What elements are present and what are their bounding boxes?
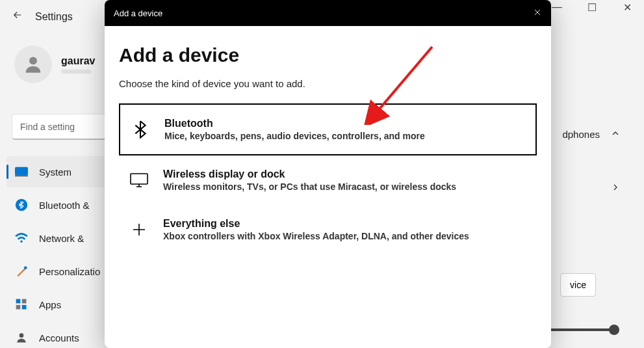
minimize-button[interactable]: —: [553, 3, 561, 11]
system-icon: [14, 165, 29, 179]
user-name: gaurav: [61, 55, 95, 67]
svg-rect-8: [16, 305, 21, 310]
bluetooth-icon: [14, 198, 29, 212]
user-text: gaurav: [61, 55, 95, 74]
option-wireless-display[interactable]: Wireless display or dock Wireless monito…: [119, 155, 537, 205]
sidebar-item-label: Personalizatio: [39, 266, 100, 277]
close-icon[interactable]: [533, 8, 542, 19]
header: Settings: [12, 9, 73, 24]
apps-icon: [14, 297, 29, 312]
user-email-blur: [61, 70, 91, 74]
person-icon: [22, 53, 44, 75]
option-title: Bluetooth: [164, 118, 425, 129]
modal-subtitle: Choose the kind of device you want to ad…: [119, 78, 537, 89]
add-device-modal: Add a device Add a device Choose the kin…: [105, 0, 551, 348]
search-placeholder: Find a setting: [20, 122, 75, 132]
sidebar-item-label: Network &: [39, 233, 84, 244]
svg-rect-6: [16, 299, 21, 304]
chevron-right-icon: [610, 182, 621, 193]
maximize-button[interactable]: ☐: [588, 3, 596, 11]
svg-point-0: [29, 57, 37, 64]
option-text: Everything else Xbox controllers with Xb…: [163, 218, 469, 241]
option-text: Wireless display or dock Wireless monito…: [163, 168, 456, 192]
svg-rect-2: [15, 175, 28, 176]
modal-heading: Add a device: [119, 44, 537, 66]
user-block[interactable]: gaurav: [14, 46, 95, 83]
sidebar-item-label: System: [39, 167, 71, 178]
svg-rect-1: [15, 167, 28, 176]
sidebar-item-label: Accounts: [39, 332, 79, 343]
sidebar-item-label: Bluetooth &: [39, 200, 90, 211]
monitor-icon: [129, 170, 149, 190]
svg-rect-7: [22, 299, 27, 304]
option-title: Wireless display or dock: [163, 168, 456, 180]
option-desc: Wireless monitors, TVs, or PCs that use …: [163, 181, 456, 192]
modal-body: Add a device Choose the kind of device y…: [105, 26, 551, 254]
accounts-icon: [14, 330, 29, 345]
option-title: Everything else: [163, 218, 469, 230]
avatar: [14, 46, 52, 83]
sidebar-item-label: Apps: [39, 299, 61, 310]
brush-icon: [14, 264, 29, 278]
settings-title: Settings: [35, 11, 73, 23]
button-text: vice: [570, 280, 586, 290]
option-bluetooth[interactable]: Bluetooth Mice, keyboards, pens, audio d…: [119, 103, 537, 155]
modal-titlebar-text: Add a device: [114, 8, 162, 18]
svg-rect-9: [22, 305, 27, 310]
device-options: Bluetooth Mice, keyboards, pens, audio d…: [119, 103, 537, 254]
option-everything-else[interactable]: Everything else Xbox controllers with Xb…: [119, 205, 537, 254]
window-controls: — ☐ ✕: [553, 0, 644, 14]
option-text: Bluetooth Mice, keyboards, pens, audio d…: [164, 118, 425, 141]
option-desc: Mice, keyboards, pens, audio devices, co…: [164, 131, 425, 141]
svg-point-4: [20, 241, 23, 243]
svg-point-10: [19, 333, 24, 338]
chevron-up-icon: [610, 128, 621, 141]
right-partial-headphones[interactable]: dphones: [562, 128, 621, 141]
modal-titlebar: Add a device: [105, 0, 551, 26]
back-icon[interactable]: [12, 9, 23, 24]
svg-rect-11: [131, 174, 148, 184]
close-window-button[interactable]: ✕: [623, 3, 631, 11]
plus-icon: [129, 220, 149, 239]
option-desc: Xbox controllers with Xbox Wireless Adap…: [163, 231, 469, 241]
add-device-button-partial[interactable]: vice: [560, 273, 596, 297]
partial-text: dphones: [562, 129, 600, 140]
bluetooth-icon: [131, 120, 150, 139]
right-partial-chevron[interactable]: [610, 182, 621, 196]
wifi-icon: [14, 231, 29, 245]
